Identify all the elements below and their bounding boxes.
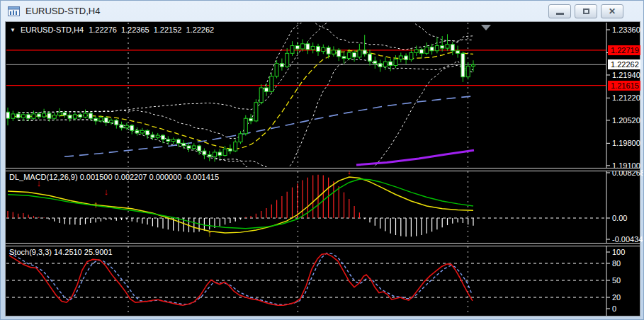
- panel-separator-stoch[interactable]: [6, 243, 640, 246]
- stoch-tick-label: 20: [612, 293, 621, 302]
- signal-arrow-down: ↓: [103, 186, 108, 197]
- stoch-tick-label: 100: [612, 248, 625, 257]
- candles-group: [6, 34, 475, 161]
- stoch-panel: [6, 246, 606, 315]
- stoch-tick-label: 80: [612, 259, 621, 268]
- macd-indicator-label: DL_MACD(12,26,9) 0.001500 0.002207 0.000…: [9, 173, 219, 181]
- macd-main-line: [8, 179, 473, 229]
- price-tick-label: 1.21220: [612, 93, 640, 103]
- stoch-tick-label: 50: [612, 276, 621, 285]
- header-close: 1.22262: [186, 25, 214, 34]
- stoch-signal-line: [9, 253, 472, 305]
- stoch-tick-label: 0: [612, 304, 616, 314]
- symbol-dropdown-icon[interactable]: ▼: [10, 27, 16, 33]
- stoch-indicator-label: Stoch(9,3,3) 14.2510 25.9001: [9, 248, 113, 256]
- header-open: 1.22276: [89, 25, 117, 34]
- macd-signal-line: [8, 177, 473, 233]
- macd-tick-label: 0.00: [612, 214, 627, 223]
- signal-arrow-up: ↑: [94, 199, 98, 210]
- price-badge-red: 1.22719: [608, 45, 640, 55]
- terminal-chart-window: EURUSD-STD,H4 ✕ ↓↓↓↑↑ ▼ EURUSD-STD,H4 1.…: [0, 0, 644, 320]
- signal-arrow-up: ↑: [207, 228, 212, 239]
- price-badge-red: 1.21615: [608, 81, 640, 91]
- main-chart-header: ▼ EURUSD-STD,H4 1.22276 1.22365 1.22152 …: [10, 25, 214, 34]
- price-tick-label: 1.20520: [612, 116, 640, 125]
- price-tick-label: 1.23360: [612, 25, 640, 35]
- chart-canvas[interactable]: ↓↓↓↑↑: [1, 1, 644, 320]
- header-symbol: EURUSD-STD,H4: [21, 25, 84, 34]
- trend-line: [356, 150, 474, 165]
- header-low: 1.22152: [154, 25, 182, 34]
- price-badge-white: 1.22262: [608, 59, 640, 69]
- price-tick-label: 1.19800: [612, 139, 640, 148]
- price-tick-label: 1.21940: [612, 71, 640, 80]
- panel-separator-macd[interactable]: [6, 168, 640, 171]
- header-high: 1.22365: [121, 25, 149, 34]
- chart-shift-marker[interactable]: [481, 25, 491, 30]
